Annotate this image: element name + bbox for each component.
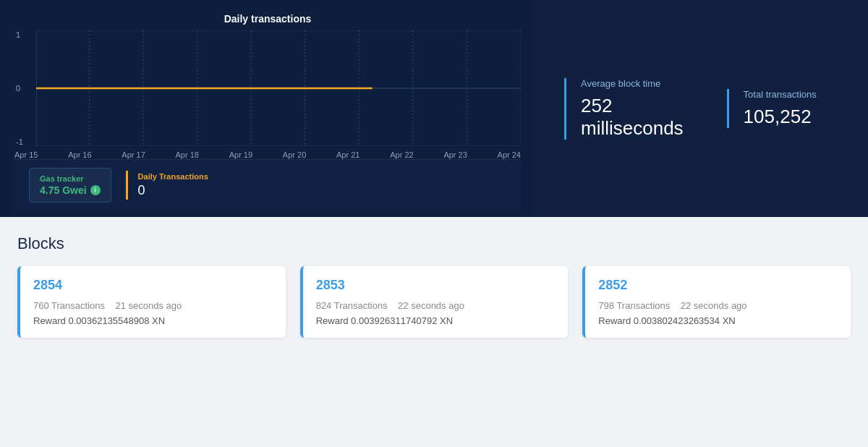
block-number-0[interactable]: 2854 <box>33 278 273 293</box>
x-label-1: Apr 16 <box>68 150 91 159</box>
y-label-bot: -1 <box>16 137 23 146</box>
blocks-title: Blocks <box>17 234 851 253</box>
blocks-grid: 2854 760 Transactions 21 seconds ago Rew… <box>17 266 851 338</box>
y-axis-labels: 1 0 -1 <box>16 30 23 146</box>
top-section: Daily transactions 1 0 -1 <box>0 0 868 217</box>
avg-block-time-label: Average block time <box>581 78 684 89</box>
block-reward-0: Reward 0.00362135548908 XN <box>33 315 273 326</box>
total-tx-card: Total transactions 105,252 <box>727 89 839 128</box>
x-label-2: Apr 17 <box>122 150 145 159</box>
y-label-top: 1 <box>16 30 23 39</box>
info-bar: Gas tracker 4.75 Gwei i Daily Transactio… <box>14 159 521 210</box>
avg-block-time-value: 252 milliseconds <box>581 95 684 140</box>
chart-inner <box>36 30 521 146</box>
block-reward-2: Reward 0.003802423263534 XN <box>598 315 838 326</box>
gas-tracker-value: 4.75 Gwei i <box>40 184 101 196</box>
block-reward-1: Reward 0.003926311740792 XN <box>316 315 556 326</box>
block-number-2[interactable]: 2852 <box>598 278 838 293</box>
chart-area: Daily transactions 1 0 -1 <box>0 0 535 217</box>
divider-line <box>126 171 128 200</box>
bottom-section: Blocks 2854 760 Transactions 21 seconds … <box>0 217 868 355</box>
block-card-1: 2853 824 Transactions 22 seconds ago Rew… <box>300 266 569 338</box>
chart-title: Daily transactions <box>14 13 521 25</box>
chart-svg <box>36 30 521 146</box>
x-label-4: Apr 19 <box>229 150 252 159</box>
block-meta-1: 824 Transactions 22 seconds ago <box>316 300 556 311</box>
x-label-8: Apr 23 <box>443 150 467 159</box>
x-label-0: Apr 15 <box>14 150 38 159</box>
x-label-9: Apr 24 <box>498 150 521 159</box>
x-label-6: Apr 21 <box>336 150 359 159</box>
gas-tracker-amount: 4.75 Gwei <box>40 184 87 196</box>
chart-container: 1 0 -1 <box>36 30 521 146</box>
block-card-2: 2852 798 Transactions 22 seconds ago Rew… <box>582 266 851 338</box>
daily-tx-value: 0 <box>138 183 208 198</box>
daily-tx-label: Daily Transactions <box>138 172 208 181</box>
block-number-1[interactable]: 2853 <box>316 278 556 293</box>
block-meta-0: 760 Transactions 21 seconds ago <box>33 300 273 311</box>
total-tx-label: Total transactions <box>744 89 825 100</box>
block-meta-2: 798 Transactions 22 seconds ago <box>598 300 838 311</box>
gas-tracker-box: Gas tracker 4.75 Gwei i <box>29 168 111 203</box>
stat-cards: Average block time 252 milliseconds Tota… <box>535 0 868 217</box>
gas-tracker-label: Gas tracker <box>40 174 101 183</box>
x-axis-labels: Apr 15 Apr 16 Apr 17 Apr 18 Apr 19 Apr 2… <box>14 150 521 159</box>
x-label-7: Apr 22 <box>390 150 413 159</box>
x-label-5: Apr 20 <box>283 150 306 159</box>
total-tx-value: 105,252 <box>744 106 825 128</box>
x-label-3: Apr 18 <box>176 150 199 159</box>
y-label-mid: 0 <box>16 84 23 93</box>
block-card-0: 2854 760 Transactions 21 seconds ago Rew… <box>17 266 286 338</box>
info-icon[interactable]: i <box>90 185 101 195</box>
avg-block-time-card: Average block time 252 milliseconds <box>564 78 698 140</box>
daily-tx-section: Daily Transactions 0 <box>138 172 208 198</box>
